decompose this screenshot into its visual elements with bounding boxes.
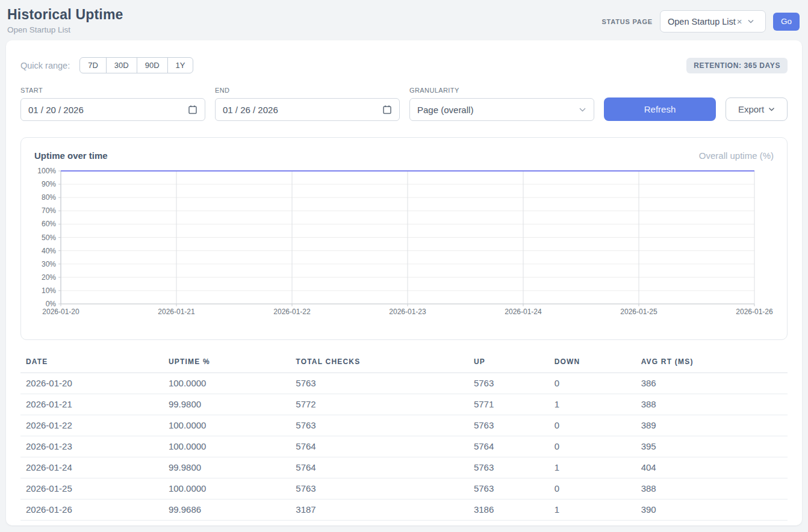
table-cell: 0	[555, 415, 641, 436]
start-date-input[interactable]: 01 / 20 / 2026	[20, 98, 205, 121]
svg-text:80%: 80%	[42, 193, 56, 202]
table-cell: 99.9686	[169, 500, 296, 521]
table-row: 2026-01-23100.0000576457640395	[20, 436, 788, 457]
table-cell: 100.0000	[169, 373, 296, 394]
granularity-label: GRANULARITY	[409, 87, 594, 94]
uptime-table: DATEUPTIME %TOTAL CHECKSUPDOWNAVG RT (MS…	[20, 354, 788, 521]
chevron-down-icon	[768, 107, 775, 112]
table-cell: 5764	[296, 436, 474, 457]
quick-range-group: 7D30D90D1Y	[79, 57, 193, 73]
quick-range-label: Quick range:	[20, 61, 70, 70]
export-button[interactable]: Export	[726, 97, 788, 121]
page-title: Historical Uptime	[7, 7, 123, 23]
svg-text:70%: 70%	[42, 206, 56, 215]
controls-row: START 01 / 20 / 2026 END 01 / 26 / 2026 …	[20, 87, 788, 121]
table-row: 2026-01-20100.0000576357630386	[20, 373, 788, 394]
svg-text:30%: 30%	[42, 260, 56, 268]
svg-text:0%: 0%	[46, 300, 57, 308]
table-cell: 5771	[474, 394, 555, 415]
granularity-value: Page (overall)	[417, 105, 579, 115]
svg-text:2026-01-26: 2026-01-26	[736, 308, 773, 316]
svg-text:60%: 60%	[42, 220, 56, 228]
table-cell: 99.9800	[169, 394, 296, 415]
svg-text:2026-01-25: 2026-01-25	[620, 308, 657, 316]
status-page-select[interactable]: Open Startup List ×	[660, 10, 766, 32]
table-cell: 5763	[474, 457, 555, 478]
table-cell: 389	[641, 415, 788, 436]
table-cell: 404	[641, 457, 788, 478]
table-cell: 2026-01-22	[20, 415, 169, 436]
svg-text:2026-01-20: 2026-01-20	[42, 308, 79, 316]
table-cell: 5763	[296, 478, 474, 500]
table-cell: 100.0000	[169, 478, 296, 500]
table-cell: 3186	[474, 500, 555, 521]
table-body: 2026-01-20100.00005763576303862026-01-21…	[20, 373, 788, 521]
chevron-down-icon	[747, 19, 754, 24]
clear-icon[interactable]: ×	[737, 17, 742, 26]
svg-text:90%: 90%	[42, 180, 56, 188]
quick-range-button-1y[interactable]: 1Y	[167, 57, 194, 73]
calendar-icon[interactable]	[382, 105, 392, 114]
quick-range-row: Quick range: 7D30D90D1Y RETENTION: 365 D…	[20, 57, 788, 73]
table-cell: 2026-01-23	[20, 436, 169, 457]
column-header: UP	[474, 354, 555, 373]
table-cell: 2026-01-26	[20, 500, 169, 521]
status-page-label: STATUS PAGE	[601, 18, 653, 25]
chart-area: 0%10%20%30%40%50%60%70%80%90%100%2026-01…	[34, 166, 774, 320]
chart-legend: Overall uptime (%)	[699, 150, 774, 161]
column-header: DOWN	[555, 354, 641, 373]
table-cell: 2026-01-25	[20, 478, 169, 500]
svg-text:2026-01-21: 2026-01-21	[158, 308, 195, 316]
table-cell: 3187	[296, 500, 474, 521]
table-cell: 5772	[296, 394, 474, 415]
go-button[interactable]: Go	[773, 13, 800, 31]
chart-card: Uptime over time Overall uptime (%) 0%10…	[20, 137, 788, 340]
svg-text:100%: 100%	[37, 167, 56, 175]
table-cell: 2026-01-24	[20, 457, 169, 478]
column-header: TOTAL CHECKS	[296, 354, 474, 373]
table-cell: 0	[555, 436, 641, 457]
table-cell: 1	[555, 457, 641, 478]
table-row: 2026-01-2699.9686318731861390	[20, 500, 788, 521]
start-date-value: 01 / 20 / 2026	[28, 105, 188, 115]
table-cell: 1	[555, 500, 641, 521]
export-button-label: Export	[738, 104, 764, 114]
svg-text:10%: 10%	[42, 286, 56, 295]
end-date-input[interactable]: 01 / 26 / 2026	[215, 98, 400, 121]
chart-header: Uptime over time Overall uptime (%)	[34, 150, 774, 161]
granularity-select[interactable]: Page (overall)	[409, 98, 594, 121]
svg-text:50%: 50%	[42, 234, 56, 242]
end-label: END	[215, 87, 400, 94]
svg-text:2026-01-23: 2026-01-23	[389, 308, 426, 316]
table-cell: 0	[555, 373, 641, 394]
calendar-icon[interactable]	[188, 105, 197, 114]
table-cell: 395	[641, 436, 788, 457]
quick-range-left: Quick range: 7D30D90D1Y	[20, 57, 193, 73]
column-header: DATE	[20, 354, 169, 373]
uptime-chart: 0%10%20%30%40%50%60%70%80%90%100%2026-01…	[34, 166, 775, 318]
header-controls: STATUS PAGE Open Startup List × Go	[601, 10, 800, 32]
table-cell: 99.9800	[169, 457, 296, 478]
table-row: 2026-01-2199.9800577257711388	[20, 394, 788, 415]
quick-range-button-7d[interactable]: 7D	[79, 57, 107, 73]
table-cell: 0	[555, 478, 641, 500]
quick-range-button-30d[interactable]: 30D	[106, 57, 137, 73]
table-cell: 5763	[296, 373, 474, 394]
end-field-group: END 01 / 26 / 2026	[215, 87, 400, 121]
retention-badge: RETENTION: 365 DAYS	[686, 58, 788, 73]
table-cell: 1	[555, 394, 641, 415]
column-header: AVG RT (MS)	[641, 354, 788, 373]
table-cell: 388	[641, 478, 788, 500]
table-cell: 2026-01-21	[20, 394, 169, 415]
page-subtitle: Open Startup List	[7, 25, 123, 34]
column-header: UPTIME %	[169, 354, 296, 373]
svg-text:2026-01-24: 2026-01-24	[505, 308, 542, 316]
table-row: 2026-01-2499.9800576457631404	[20, 457, 788, 478]
quick-range-button-90d[interactable]: 90D	[137, 57, 168, 73]
refresh-button[interactable]: Refresh	[604, 97, 716, 121]
page-header: Historical Uptime Open Startup List STAT…	[0, 0, 808, 39]
table-header-row: DATEUPTIME %TOTAL CHECKSUPDOWNAVG RT (MS…	[20, 354, 788, 373]
main-panel: Quick range: 7D30D90D1Y RETENTION: 365 D…	[6, 40, 802, 525]
granularity-field-group: GRANULARITY Page (overall)	[409, 87, 594, 121]
table-cell: 5764	[474, 436, 555, 457]
